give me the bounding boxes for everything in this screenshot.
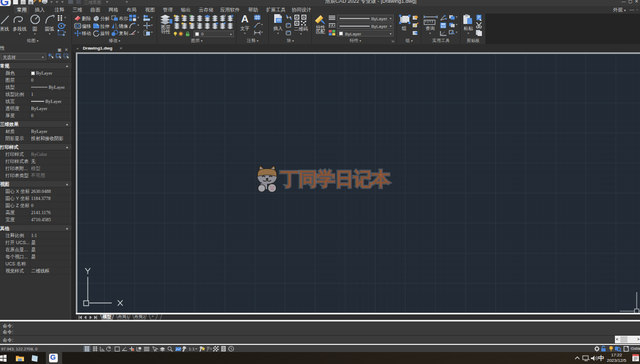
svg-text:三维草图: 三维草图	[84, 0, 101, 5]
svg-text:1:1: 1:1	[189, 347, 195, 351]
